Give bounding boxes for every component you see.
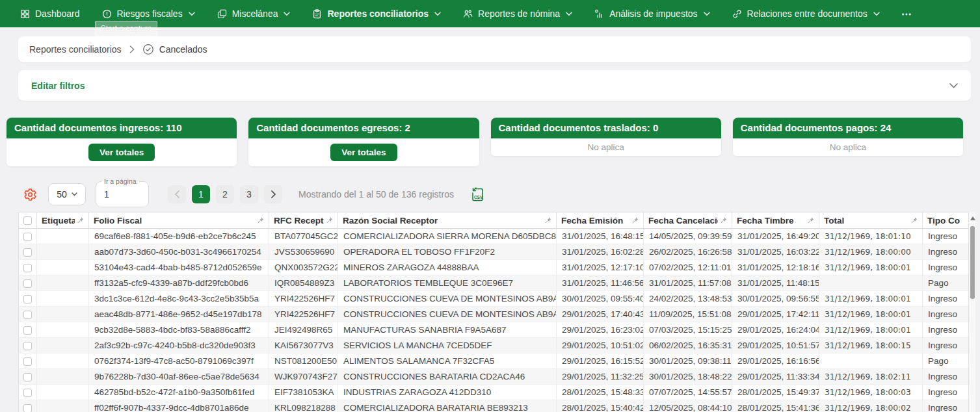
nav-item-miscel-nea[interactable]: Miscelánea <box>206 8 302 19</box>
nav-item-relaciones-entre-documentos[interactable]: Relaciones entre documentos <box>721 8 891 19</box>
top-nav: Dashboard Riesgos fiscales Miscelánea Re… <box>0 0 980 27</box>
cell-total: 31/12/1969, 18:01:10 <box>819 229 923 244</box>
pin-icon[interactable] <box>721 217 727 224</box>
cell-tipo-comprobante: Ingreso <box>923 369 969 385</box>
page-number-button[interactable]: 3 <box>240 185 258 203</box>
cell-total: 31/12/1969, 18:00:01 <box>819 322 923 338</box>
page-number-button[interactable]: 2 <box>216 185 234 203</box>
top-nav-items: Dashboard Riesgos fiscales Miscelánea Re… <box>9 8 891 19</box>
pin-icon[interactable] <box>632 217 639 224</box>
breadcrumb-current: Cancelados <box>159 44 207 55</box>
summary-card-body: No aplica <box>733 138 963 156</box>
table-row: 53104e43-cad4-4bab-b485-8712d052659e QNX… <box>19 260 969 276</box>
next-page-button[interactable] <box>264 185 282 203</box>
row-checkbox[interactable] <box>23 264 32 272</box>
cell-fecha-emision: 29/01/2025, 11:32:25 <box>557 369 644 385</box>
cell-razon-social: MINEROS ZARAGOZA 44888BAA <box>338 260 557 276</box>
column-header-fecha-cancelaci-n[interactable]: Fecha Cancelación <box>644 212 732 229</box>
cell-fecha-emision: 29/01/2025, 16:23:02 <box>557 322 644 338</box>
cell-total <box>819 354 923 369</box>
cell-fecha-emision: 28/01/2025, 15:40:42 <box>557 400 644 412</box>
capture-tooltip: Start a capture <box>95 21 157 36</box>
row-checkbox[interactable] <box>23 233 32 241</box>
column-header-fecha-emisi-n[interactable]: Fecha Emisión <box>557 212 644 229</box>
ver-totales-button[interactable]: Ver totales <box>330 144 397 161</box>
cell-fecha-emision: 31/01/2025, 11:46:56 <box>557 276 644 291</box>
ver-totales-button[interactable]: Ver totales <box>88 144 155 161</box>
vertical-scrollbar[interactable] <box>968 212 975 412</box>
row-checkbox[interactable] <box>23 311 32 319</box>
select-all-checkbox[interactable] <box>23 216 32 225</box>
table-header-row: EtiquetasFolio FiscalRFC ReceptorRazón S… <box>19 212 969 229</box>
row-checkbox[interactable] <box>23 373 32 381</box>
pin-icon[interactable] <box>258 217 264 224</box>
cell-rfc-receptor: KAI5673077V3 <box>269 338 338 354</box>
chevron-down-icon <box>72 192 77 196</box>
cell-etiquetas <box>37 276 89 291</box>
column-header-raz-n-social-receptor[interactable]: Razón Social Receptor <box>338 212 557 229</box>
nav-item-riesgos-fiscales[interactable]: Riesgos fiscales <box>91 8 206 19</box>
cell-fecha-cancelacion: 07/07/2025, 14:55:57 <box>644 385 732 400</box>
scrollbar-thumb[interactable] <box>970 226 975 299</box>
pin-icon[interactable] <box>911 217 918 224</box>
cell-folio-fiscal: 2af3c92b-c97c-4240-b5b8-dc320de903f3 <box>89 338 269 354</box>
link-icon <box>732 9 742 19</box>
cell-razon-social: MANUFACTURAS SANABRIA F9A5A687 <box>338 322 557 338</box>
goto-page-input[interactable] <box>96 182 148 207</box>
nav-item-reportes-de-n-mina[interactable]: Reportes de nómina <box>452 8 583 19</box>
cell-rfc-receptor: YRI422526HF7 <box>269 307 338 322</box>
showing-records-text: Mostrando del 1 al 50 de 136 registros <box>298 189 454 200</box>
nav-item-dashboard[interactable]: Dashboard <box>9 8 91 19</box>
pin-icon[interactable] <box>326 217 333 224</box>
cell-tipo-comprobante: Ingreso <box>923 400 969 412</box>
column-header-rfc-receptor[interactable]: RFC Receptor <box>269 212 338 229</box>
cell-folio-fiscal: 53104e43-cad4-4bab-b485-8712d052659e <box>89 260 269 276</box>
prev-page-button[interactable] <box>168 185 186 203</box>
row-checkbox[interactable] <box>23 357 32 366</box>
edit-filters-button[interactable]: Editar filtros <box>31 81 85 91</box>
cell-razon-social: OPERADORA EL TOBOSO FF1F20F2 <box>338 244 557 260</box>
row-checkbox[interactable] <box>23 295 32 303</box>
table-row: 69caf6e8-f881-405e-b9d6-eb2ce7b6c245 BTA… <box>19 229 969 244</box>
column-header-fecha-timbre[interactable]: Fecha Timbre <box>732 212 819 229</box>
pin-icon[interactable] <box>545 217 551 224</box>
table-row: 462785bd-b52c-472f-a1b0-9a350fb61fed EIF… <box>19 385 969 400</box>
row-checkbox[interactable] <box>23 342 32 350</box>
cell-fecha-timbre: 31/01/2025, 12:18:16 <box>732 260 819 276</box>
row-checkbox[interactable] <box>23 389 32 397</box>
page-size-select[interactable]: 50 <box>48 183 86 205</box>
column-header-folio-fiscal[interactable]: Folio Fiscal <box>89 212 269 229</box>
row-checkbox[interactable] <box>23 279 32 288</box>
scroll-up-icon[interactable] <box>970 216 975 220</box>
column-header-total[interactable]: Total <box>819 212 923 229</box>
nav-more-button[interactable]: ⋯ <box>891 8 923 20</box>
pagination: 123 <box>168 185 282 203</box>
cell-tipo-comprobante: Ingreso <box>923 291 969 307</box>
cell-total <box>819 276 923 291</box>
people-icon <box>463 9 473 19</box>
pin-icon[interactable] <box>808 217 814 224</box>
gear-icon[interactable] <box>23 188 37 201</box>
pin-icon[interactable] <box>77 217 84 224</box>
cell-etiquetas <box>37 338 89 354</box>
nav-item-reportes-conciliatorios[interactable]: Reportes conciliatorios <box>301 8 452 19</box>
results-table: EtiquetasFolio FiscalRFC ReceptorRazón S… <box>18 212 975 412</box>
cell-razon-social: INDUSTRIAS ZARAGOZA 412DD310 <box>338 385 557 400</box>
cell-razon-social: SERVICIOS LA MANCHA 7CED5DEF <box>338 338 557 354</box>
nav-item-an-lisis-de-impuestos[interactable]: Análisis de impuestos <box>583 8 721 19</box>
dashboard-grid-icon <box>20 9 30 19</box>
table-toolbar: 50 Ir a página 123 Mostrando del 1 al 50… <box>23 181 980 207</box>
breadcrumb-parent[interactable]: Reportes conciliatorios <box>29 44 122 55</box>
chevron-down-icon[interactable] <box>949 83 958 88</box>
table-row: aab07d73-3d60-450c-b031-3c4966170254 JVS… <box>19 244 969 260</box>
csv-export-icon[interactable]: CSV <box>470 187 485 203</box>
column-header-etiquetas[interactable]: Etiquetas <box>37 212 89 229</box>
column-header-tipo-co[interactable]: Tipo Co <box>923 212 969 229</box>
chevron-down-icon <box>566 12 572 16</box>
page-number-button[interactable]: 1 <box>192 185 210 203</box>
row-checkbox[interactable] <box>23 248 32 257</box>
select-all-header[interactable] <box>19 212 37 229</box>
row-checkbox[interactable] <box>23 326 32 335</box>
row-checkbox[interactable] <box>23 404 32 412</box>
cell-etiquetas <box>37 244 89 260</box>
